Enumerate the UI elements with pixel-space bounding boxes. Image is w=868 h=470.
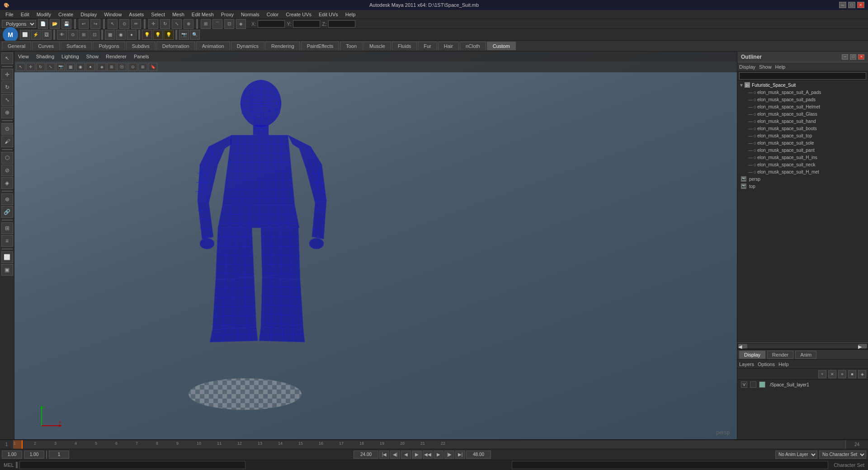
tree-item-1[interactable]: — o elon_musk_space_suit_pads <box>737 96 868 103</box>
tree-item-10[interactable]: — o elon_musk_space_suit_neck <box>737 161 868 168</box>
tree-item-3[interactable]: — o elon_musk_space_suit_Glass <box>737 110 868 118</box>
wireframe-btn[interactable]: ▦ <box>105 30 115 40</box>
render-small-btn[interactable]: ⬜ <box>1 251 13 263</box>
prev-frame-btn[interactable]: ◀ <box>401 451 411 459</box>
tree-item-0[interactable]: — o elon_musk_space_suit_A_pads <box>737 89 868 96</box>
lighting-menu[interactable]: Lighting <box>60 54 81 59</box>
snap-surface-btn[interactable]: ◈ <box>236 19 246 29</box>
show-menu[interactable]: Show <box>85 54 101 59</box>
timeline-track[interactable]: 1 2 3 4 5 6 7 8 9 10 11 12 13 14 15 16 1… <box>14 440 845 449</box>
redo-btn[interactable]: ↪ <box>90 19 100 29</box>
lasso-btn[interactable]: ⊙ <box>119 19 129 29</box>
tab-deformation[interactable]: Deformation <box>156 42 195 50</box>
x-coord-input[interactable] <box>258 20 285 28</box>
vt-select-btn[interactable]: ↖ <box>16 63 25 71</box>
menu-normals[interactable]: Normals <box>237 11 263 18</box>
tab-dynamics[interactable]: Dynamics <box>231 42 264 50</box>
delete-layer-btn[interactable]: ✕ <box>828 370 836 378</box>
vt-isolate-btn[interactable]: ⊙ <box>128 63 137 71</box>
play-rev-btn[interactable]: ◀◀ <box>423 451 433 459</box>
pan-zoom-btn[interactable]: 🔍 <box>190 30 200 40</box>
anim-end-field[interactable]: 1.00 <box>24 451 44 459</box>
tree-item-5[interactable]: — o elon_musk_space_suit_boots <box>737 125 868 132</box>
options-menu[interactable]: Options <box>758 362 775 367</box>
light3-btn[interactable]: 💡 <box>164 30 174 40</box>
align-btn[interactable]: ≡ <box>1 235 13 247</box>
smooth-btn[interactable]: ◉ <box>116 30 126 40</box>
menu-file[interactable]: File <box>2 11 17 18</box>
menu-assets[interactable]: Assets <box>125 11 147 18</box>
vt-wireframe-btn[interactable]: ▦ <box>66 63 75 71</box>
deformer-btn[interactable]: ⊛ <box>1 193 13 205</box>
menu-edit-mesh[interactable]: Edit Mesh <box>188 11 217 18</box>
soft-sel-btn[interactable]: ⊙ <box>1 123 13 135</box>
outliner-help-menu[interactable]: Help <box>775 64 786 70</box>
layer-color-btn[interactable]: ■ <box>848 370 856 378</box>
range-end-field[interactable]: 48.00 <box>466 451 491 459</box>
outliner-tree[interactable]: ▼ ▷ Futuristic_Space_Suit — o elon_musk_… <box>737 80 868 343</box>
tree-item-6[interactable]: — o elon_musk_space_suit_top <box>737 132 868 139</box>
transform-btn[interactable]: ⊕ <box>184 19 193 29</box>
menu-edit-uvs[interactable]: Edit UVs <box>315 11 342 18</box>
tree-item-4[interactable]: — o elon_musk_space_suit_hand <box>737 118 868 125</box>
prev-key-btn[interactable]: ◀| <box>390 451 400 459</box>
vt-move-btn[interactable]: ✛ <box>26 63 35 71</box>
paint-skin-btn[interactable]: 🖌 <box>1 136 13 147</box>
view-menu[interactable]: View <box>16 54 31 59</box>
mel-input[interactable] <box>19 461 245 469</box>
vt-smooth2-btn[interactable]: ● <box>86 63 95 71</box>
isolate-btn[interactable]: ⊙ <box>68 30 78 40</box>
z-coord-input[interactable] <box>328 20 355 28</box>
vt-scale-btn[interactable]: ⤡ <box>46 63 55 71</box>
tab-animation[interactable]: Animation <box>196 42 230 50</box>
timeline[interactable]: 1 1 2 3 4 5 6 7 8 9 10 11 12 13 14 15 16… <box>0 439 868 449</box>
menu-proxy[interactable]: Proxy <box>217 11 237 18</box>
move-tool-btn[interactable]: ✛ <box>1 69 13 80</box>
tree-item-8[interactable]: — o elon_musk_space_suit_pant <box>737 146 868 154</box>
create-nurbs-btn[interactable]: ⊘ <box>1 164 13 176</box>
render-tab[interactable]: Render <box>767 351 793 359</box>
constraint-btn[interactable]: 🔗 <box>1 206 13 218</box>
layers-menu[interactable]: Layers <box>739 362 754 367</box>
vt-camera-btn[interactable]: 📷 <box>56 63 65 71</box>
vt-frm-all-btn[interactable]: ⊞ <box>138 63 147 71</box>
light2-btn[interactable]: 💡 <box>153 30 163 40</box>
tab-painteffects[interactable]: PaintEffects <box>301 42 340 50</box>
tab-hair[interactable]: Hair <box>438 42 459 50</box>
create-sub-btn[interactable]: ◈ <box>1 177 13 189</box>
range-start-field[interactable]: 24.00 <box>354 451 378 459</box>
layer-attr-btn[interactable]: ≡ <box>838 370 846 378</box>
tree-item-2[interactable]: — o elon_musk_space_suit_Helmet <box>737 103 868 110</box>
panels-menu[interactable]: Panels <box>132 54 151 59</box>
menu-create-uvs[interactable]: Create UVs <box>282 11 315 18</box>
menu-window[interactable]: Window <box>100 11 125 18</box>
outliner-scrollbar[interactable]: ◀ ▶ <box>737 343 868 349</box>
vt-xray-btn[interactable]: ◈ <box>97 63 106 71</box>
tree-item-persp[interactable]: 📷 persp <box>737 175 868 183</box>
menu-display[interactable]: Display <box>77 11 100 18</box>
scroll-left-btn[interactable]: ◀ <box>738 344 747 348</box>
display-render-btn[interactable]: 🖼 <box>42 30 52 40</box>
tree-item-11[interactable]: — o elon_musk_space_suit_H_met <box>737 168 868 175</box>
close-button[interactable]: ✕ <box>857 2 864 8</box>
paint-sel-btn[interactable]: ✏ <box>131 19 141 29</box>
menu-modify[interactable]: Modify <box>33 11 55 18</box>
scroll-right-btn[interactable]: ▶ <box>858 344 867 348</box>
menu-help[interactable]: Help <box>342 11 359 18</box>
tree-item-7[interactable]: — o elon_musk_space_suit_sole <box>737 139 868 146</box>
vt-rotate-btn[interactable]: ↻ <box>36 63 45 71</box>
tab-muscle[interactable]: Muscle <box>363 42 391 50</box>
tab-polygons[interactable]: Polygons <box>93 42 125 50</box>
renderer-menu[interactable]: Renderer <box>104 54 128 59</box>
tab-curves[interactable]: Curves <box>32 42 60 50</box>
new-layer-btn[interactable]: + <box>818 370 826 378</box>
snap-grid-btn[interactable]: ⊞ <box>201 19 211 29</box>
anim-layer-dropdown[interactable]: No Anim Layer <box>775 451 817 459</box>
snap-curve-btn[interactable]: ⌒ <box>212 19 222 29</box>
outliner-close-btn[interactable]: ✕ <box>858 54 864 60</box>
menu-mesh[interactable]: Mesh <box>169 11 188 18</box>
render-btn[interactable]: ⬜ <box>20 30 30 40</box>
outliner-maximize-btn[interactable]: □ <box>850 54 856 60</box>
move-btn[interactable]: ✛ <box>148 19 158 29</box>
menu-color[interactable]: Color <box>263 11 282 18</box>
